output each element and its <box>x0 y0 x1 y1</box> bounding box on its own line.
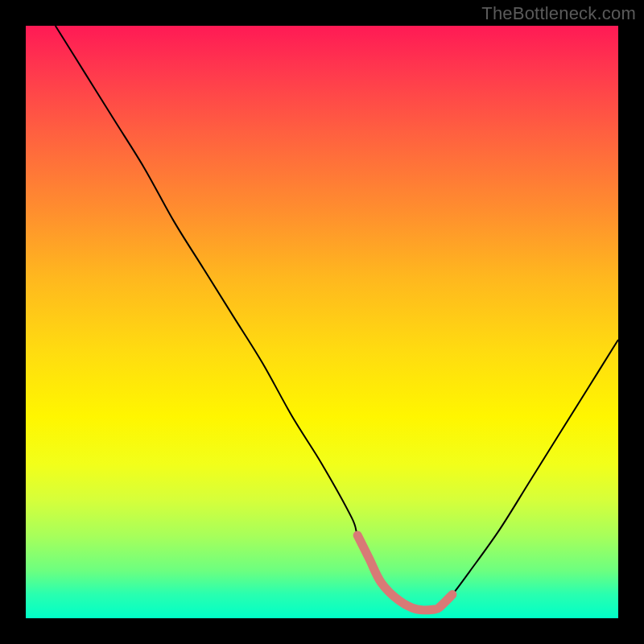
plot-area <box>26 26 618 618</box>
watermark-label: TheBottleneck.com <box>481 3 636 24</box>
chart-frame: TheBottleneck.com <box>0 0 644 644</box>
main-curve <box>56 26 618 610</box>
highlight-curve <box>357 535 452 610</box>
curve-svg <box>26 26 618 618</box>
